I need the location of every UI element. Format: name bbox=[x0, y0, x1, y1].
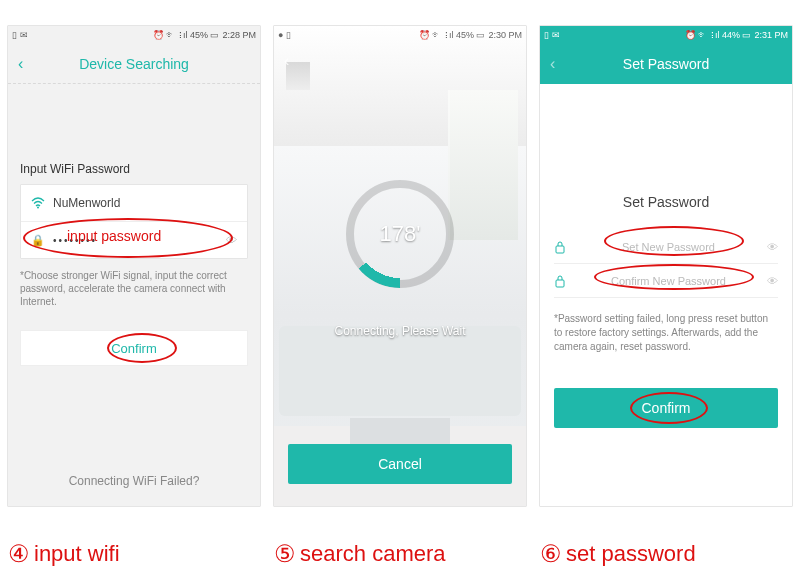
new-password-input[interactable]: Set New Password bbox=[580, 241, 757, 253]
status-icon: ✉ bbox=[552, 31, 560, 40]
caption-1: ④ input wifi bbox=[8, 541, 260, 567]
hint-text: *Password setting failed, long press res… bbox=[554, 312, 778, 354]
status-icon: ● bbox=[278, 31, 283, 40]
lock-icon: 🔒 bbox=[31, 234, 45, 247]
back-icon[interactable]: ‹ bbox=[550, 55, 555, 73]
confirm-password-row[interactable]: Confirm New Password 👁 bbox=[554, 264, 778, 298]
svg-point-0 bbox=[37, 207, 39, 209]
wifi-icon bbox=[31, 197, 45, 209]
cancel-button[interactable]: Cancel bbox=[288, 444, 512, 484]
page-title: Device Searching bbox=[79, 56, 189, 72]
status-time: 2:30 PM bbox=[488, 31, 522, 40]
eye-icon[interactable]: 👁 bbox=[226, 234, 237, 246]
wifi-card: NuMenworld 🔒 •••••••• 👁 input password bbox=[20, 184, 248, 259]
screen-search-camera: ● ▯ ⏰ ᯤ ⫶ıl 45% ▭ 2:30 PM ‹ 178' Connect… bbox=[274, 26, 526, 506]
password-row[interactable]: 🔒 •••••••• 👁 input password bbox=[21, 222, 247, 258]
step-number-icon: ④ bbox=[8, 542, 30, 566]
status-icon: ▯ bbox=[12, 31, 17, 40]
status-right: ⏰ ᯤ ⫶ıl 45% ▭ bbox=[419, 31, 486, 40]
status-bar: ▯ ✉ ⏰ ᯤ ⫶ıl 44% ▭ 2:31 PM bbox=[540, 26, 792, 44]
status-icon: ▯ bbox=[286, 31, 291, 40]
caption-3: ⑥ set password bbox=[540, 541, 792, 567]
caption-text: set password bbox=[566, 541, 696, 567]
wifi-name-row[interactable]: NuMenworld bbox=[21, 185, 247, 221]
countdown-value: 178' bbox=[340, 174, 460, 294]
page-title: Set Password bbox=[623, 56, 709, 72]
status-time: 2:28 PM bbox=[222, 31, 256, 40]
svg-rect-2 bbox=[556, 280, 564, 287]
status-bar: ● ▯ ⏰ ᯤ ⫶ıl 45% ▭ 2:30 PM bbox=[274, 26, 526, 44]
countdown-ring: 178' bbox=[340, 174, 460, 294]
caption-text: input wifi bbox=[34, 541, 120, 567]
lock-icon bbox=[554, 274, 570, 288]
new-password-row[interactable]: Set New Password 👁 bbox=[554, 230, 778, 264]
confirm-password-input[interactable]: Confirm New Password bbox=[580, 275, 757, 287]
confirm-label: Confirm bbox=[641, 400, 690, 416]
step-number-icon: ⑥ bbox=[540, 542, 562, 566]
wifi-name: NuMenworld bbox=[53, 196, 237, 210]
confirm-label: Confirm bbox=[111, 341, 157, 356]
back-icon[interactable]: ‹ bbox=[284, 52, 289, 70]
confirm-button[interactable]: Confirm bbox=[20, 330, 248, 366]
header: ‹ Set Password bbox=[540, 44, 792, 84]
step-number-icon: ⑤ bbox=[274, 542, 296, 566]
wifi-password-label: Input WiFi Password bbox=[20, 162, 248, 176]
status-icon: ✉ bbox=[20, 31, 28, 40]
overlay: ‹ 178' Connecting, Please Wait Cancel bbox=[274, 26, 526, 506]
status-right: ⏰ ᯤ ⫶ıl 44% ▭ bbox=[685, 31, 752, 40]
confirm-button[interactable]: Confirm bbox=[554, 388, 778, 428]
caption-text: search camera bbox=[300, 541, 446, 567]
footer-link[interactable]: Connecting WiFi Failed? bbox=[8, 474, 260, 488]
captions-row: ④ input wifi ⑤ search camera ⑥ set passw… bbox=[0, 541, 800, 567]
caption-2: ⑤ search camera bbox=[274, 541, 526, 567]
back-icon[interactable]: ‹ bbox=[18, 55, 23, 73]
hint-text: *Choose stronger WiFi signal, input the … bbox=[20, 269, 248, 308]
connecting-status: Connecting, Please Wait bbox=[335, 324, 466, 338]
cancel-label: Cancel bbox=[378, 456, 422, 472]
password-input[interactable]: •••••••• bbox=[53, 235, 218, 246]
content: Set Password Set New Password 👁 Confirm … bbox=[540, 84, 792, 428]
status-right: ⏰ ᯤ ⫶ıl 45% ▭ bbox=[153, 31, 220, 40]
screen-input-wifi: ▯ ✉ ⏰ ᯤ ⫶ıl 45% ▭ 2:28 PM ‹ Device Searc… bbox=[8, 26, 260, 506]
eye-icon[interactable]: 👁 bbox=[767, 241, 778, 253]
eye-icon[interactable]: 👁 bbox=[767, 275, 778, 287]
status-time: 2:31 PM bbox=[754, 31, 788, 40]
lock-icon bbox=[554, 240, 570, 254]
header: ‹ Device Searching bbox=[8, 44, 260, 84]
status-icon: ▯ bbox=[544, 31, 549, 40]
content: Input WiFi Password NuMenworld 🔒 •••••••… bbox=[8, 84, 260, 452]
svg-rect-1 bbox=[556, 246, 564, 253]
screen-set-password: ▯ ✉ ⏰ ᯤ ⫶ıl 44% ▭ 2:31 PM ‹ Set Password… bbox=[540, 26, 792, 506]
section-title: Set Password bbox=[554, 194, 778, 210]
status-bar: ▯ ✉ ⏰ ᯤ ⫶ıl 45% ▭ 2:28 PM bbox=[8, 26, 260, 44]
